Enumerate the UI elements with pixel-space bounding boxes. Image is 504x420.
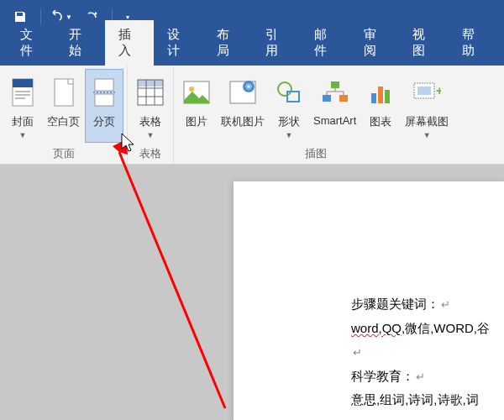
svg-point-19: [278, 82, 291, 96]
doc-line-2: word,QQ,微信,WORD,谷: [351, 317, 480, 341]
tab-layout[interactable]: 布局: [203, 20, 252, 66]
svg-line-34: [124, 165, 225, 408]
svg-rect-4: [15, 97, 25, 99]
online-picture-icon: [228, 80, 257, 105]
button-label: 联机图片: [221, 114, 265, 129]
dropdown-caret-icon: ▼: [147, 131, 155, 139]
document-workspace: 步骤题关键词：↵ word,QQ,微信,WORD,谷 ↵ 科学教育：↵ 意思,组…: [0, 165, 504, 420]
doc-line-3: ↵: [351, 340, 480, 365]
pictures-button[interactable]: 图片: [177, 69, 216, 143]
tab-view[interactable]: 视图: [399, 20, 448, 66]
dropdown-caret-icon: ▼: [19, 131, 27, 139]
blank-page-icon: [53, 77, 75, 108]
button-label: 图片: [186, 114, 207, 129]
blank-page-button[interactable]: 空白页: [42, 69, 85, 143]
svg-rect-7: [95, 94, 113, 106]
doc-line-1: 步骤题关键词：↵: [351, 292, 480, 317]
ribbon: 封面 ▼ 空白页 分页 页面 表格 ▼ 表格: [0, 66, 504, 165]
doc-line-4: 科学教育：↵: [351, 365, 480, 389]
dropdown-caret-icon: ▼: [286, 131, 293, 139]
tab-references[interactable]: 引用: [252, 20, 301, 66]
svg-rect-23: [339, 95, 348, 102]
tab-insert[interactable]: 插入: [105, 20, 154, 66]
screenshot-icon: +: [412, 80, 441, 105]
tab-design[interactable]: 设计: [154, 20, 202, 66]
cover-page-icon: [10, 77, 35, 108]
mouse-cursor-icon: [121, 133, 136, 155]
shapes-button[interactable]: 形状 ▼: [270, 69, 308, 143]
group-label: 插图: [177, 143, 454, 165]
svg-rect-30: [385, 90, 390, 103]
group-label: 表格: [131, 143, 170, 165]
svg-rect-21: [331, 81, 339, 88]
smartart-button[interactable]: SmartArt: [308, 69, 361, 143]
chart-button[interactable]: 图表: [361, 69, 400, 143]
page-break-icon: [93, 77, 115, 108]
doc-line-5: 意思,组词,诗词,诗歌,词: [351, 388, 480, 412]
button-label: 封面: [12, 114, 34, 129]
cover-page-button[interactable]: 封面 ▼: [3, 69, 42, 143]
ribbon-tabs: 文件 开始 插入 设计 布局 引用 邮件 审阅 视图 帮助: [0, 34, 504, 66]
document-page[interactable]: 步骤题关键词：↵ word,QQ,微信,WORD,谷 ↵ 科学教育：↵ 意思,组…: [234, 181, 504, 420]
tab-mailings[interactable]: 邮件: [301, 20, 349, 66]
svg-rect-6: [95, 79, 113, 91]
online-pictures-button[interactable]: 联机图片: [216, 69, 270, 143]
button-label: 图表: [370, 114, 391, 129]
group-label: 页面: [3, 143, 123, 165]
svg-rect-22: [323, 95, 331, 102]
dropdown-caret-icon: ▼: [423, 131, 431, 139]
svg-rect-1: [13, 79, 33, 87]
svg-rect-3: [15, 94, 30, 96]
tab-file[interactable]: 文件: [7, 20, 55, 66]
shapes-icon: [276, 80, 302, 105]
button-label: SmartArt: [313, 114, 356, 127]
smartart-icon: [321, 80, 349, 105]
table-icon: [136, 78, 165, 107]
group-pages: 封面 ▼ 空白页 分页 页面: [0, 66, 128, 164]
screenshot-button[interactable]: + 屏幕截图 ▼: [400, 69, 454, 143]
tab-help[interactable]: 帮助: [449, 20, 497, 66]
svg-rect-28: [371, 93, 376, 103]
button-label: 形状: [278, 114, 300, 129]
svg-rect-2: [15, 91, 30, 92]
chart-icon: [368, 80, 393, 105]
button-label: 分页: [93, 114, 115, 129]
svg-rect-32: [417, 87, 431, 95]
table-button[interactable]: 表格 ▼: [131, 69, 170, 143]
svg-rect-29: [378, 87, 383, 103]
picture-icon: [182, 80, 211, 105]
group-illustrations: 图片 联机图片 形状 ▼ SmartArt 图表 + 屏幕截图: [174, 66, 457, 164]
button-label: 空白页: [47, 114, 80, 129]
page-break-button[interactable]: 分页: [85, 69, 123, 143]
svg-rect-14: [138, 80, 163, 87]
svg-rect-5: [55, 79, 73, 106]
button-label: 表格: [139, 114, 161, 129]
svg-text:+: +: [436, 84, 441, 97]
button-label: 屏幕截图: [405, 114, 449, 129]
tab-home[interactable]: 开始: [55, 20, 104, 66]
tab-review[interactable]: 审阅: [350, 20, 399, 66]
svg-point-16: [189, 87, 194, 92]
